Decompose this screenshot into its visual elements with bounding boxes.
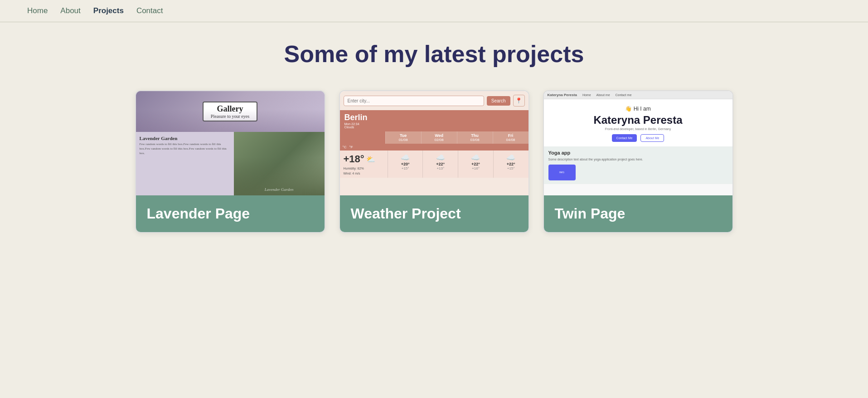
nav-home[interactable]: Home: [27, 6, 48, 15]
lavender-bottom: Lavender Garden Few random words to fill…: [136, 132, 325, 195]
weather-max-tue: +20°: [390, 162, 421, 166]
lavender-card-title: Lavender Page: [147, 205, 314, 222]
weather-data-row: +18° ⛅ Humidity: 82% Wind: 4 m/s ☁️ +20°…: [340, 150, 529, 178]
twin-nav-brand: Kateryna Peresta: [548, 93, 577, 97]
weather-min-wed: +13°: [425, 166, 456, 170]
twin-hero: 👋 Hi I am Kateryna Peresta Front-end dev…: [544, 99, 732, 146]
weather-forecast-thu: ☁️ +22° +16°: [458, 150, 493, 178]
weather-search-row: Search 📍: [340, 91, 529, 110]
weather-condition: Clouds: [344, 126, 368, 129]
card-lavender[interactable]: Gallery Pleasure to your eyes Lavender G…: [135, 90, 325, 233]
page-title: Some of my latest projects: [36, 40, 832, 68]
weather-cloud-tue: ☁️: [390, 153, 421, 162]
weather-city-input[interactable]: [344, 96, 484, 106]
twin-hi-text: 👋 Hi I am: [551, 106, 725, 112]
weather-day-wed-name: Wed: [422, 133, 456, 138]
weather-search-button[interactable]: Search: [487, 96, 510, 106]
weather-unit-fahrenheit[interactable]: °F: [349, 145, 353, 149]
lavender-flowers-decor: [136, 109, 325, 132]
twin-nav: Kateryna Peresta Home About me Contact m…: [544, 91, 732, 99]
card-twin[interactable]: Kateryna Peresta Home About me Contact m…: [543, 90, 733, 233]
lavender-image-area: Lavender Garden: [234, 132, 325, 195]
weather-unit-row: °C °F: [340, 144, 529, 150]
weather-day-fri: Fri 04/08: [493, 131, 529, 144]
main-content: Some of my latest projects Gallery Pleas…: [0, 22, 868, 251]
weather-min-thu: +16°: [460, 166, 491, 170]
twin-card-title: Twin Page: [555, 205, 722, 222]
weather-max-fri: +22°: [495, 162, 527, 166]
weather-card-label: Weather Project: [340, 195, 529, 232]
nav-about[interactable]: About: [60, 6, 80, 15]
twin-about-btn[interactable]: About Me: [640, 134, 664, 142]
weather-max-wed: +22°: [425, 162, 456, 166]
weather-day-thu-date: 03/08: [470, 138, 480, 142]
twin-section-text: Some description text about the yoga app…: [548, 157, 728, 162]
twin-buttons: Contact Me About Me: [551, 134, 725, 142]
twin-nav-contact: Contact me: [616, 93, 632, 97]
weather-wind: Wind: 4 m/s: [344, 172, 384, 175]
weather-day-wed: Wed 02/08: [421, 131, 457, 144]
twin-preview: Kateryna Peresta Home About me Contact m…: [544, 91, 732, 195]
twin-section-img: IMG: [548, 165, 576, 180]
weather-cloud-wed: ☁️: [425, 153, 456, 162]
weather-day-tue: Tue 01/08: [385, 131, 421, 144]
weather-current-temp: +18°: [344, 153, 364, 165]
weather-day-fri-date: 04/08: [506, 138, 515, 142]
weather-day-thu-name: Thu: [458, 133, 492, 138]
weather-cloud-fri: ☁️: [495, 153, 527, 162]
weather-min-fri: +15°: [495, 166, 527, 170]
weather-preview: Search 📍 Berlin Mon 22:34 Clouds Tue: [340, 91, 529, 195]
twin-nav-about: About me: [596, 93, 610, 97]
weather-day-fri-name: Fri: [494, 133, 528, 138]
lavender-section-body: Few random words to fill this box.Few ra…: [140, 142, 230, 155]
weather-day-time: Mon 22:34: [344, 122, 368, 126]
weather-city-info: Berlin Mon 22:34 Clouds: [344, 113, 368, 129]
lavender-card-label: Lavender Page: [136, 195, 325, 232]
lavender-preview: Gallery Pleasure to your eyes Lavender G…: [136, 91, 325, 195]
nav-contact[interactable]: Contact: [136, 6, 163, 15]
twin-card-label: Twin Page: [544, 195, 732, 232]
lavender-top-banner: Gallery Pleasure to your eyes: [136, 91, 325, 132]
weather-days-header: Tue 01/08 Wed 02/08 Thu 03/08 Fri 04/08: [340, 131, 529, 144]
weather-day-thu: Thu 03/08: [457, 131, 493, 144]
weather-humidity: Humidity: 82%: [344, 167, 384, 170]
lavender-text-area: Lavender Garden Few random words to fill…: [136, 132, 234, 195]
twin-nav-home: Home: [582, 93, 591, 97]
twin-name: Kateryna Peresta: [551, 114, 725, 126]
lavender-overlay-text: Lavender Garden: [234, 187, 325, 192]
twin-section-title: Yoga app: [548, 150, 728, 155]
weather-cloud-thu: ☁️: [460, 153, 491, 162]
nav-projects[interactable]: Projects: [93, 6, 124, 15]
weather-forecast-tue: ☁️ +20° +15°: [388, 150, 423, 178]
weather-min-tue: +15°: [390, 166, 421, 170]
weather-city-name: Berlin: [344, 113, 368, 122]
twin-role: Front-end developer, based in Berlin, Ge…: [551, 127, 725, 131]
twin-section: Yoga app Some description text about the…: [544, 146, 732, 184]
main-nav: Home About Projects Contact: [0, 0, 868, 22]
weather-max-thu: +22°: [460, 162, 491, 166]
weather-forecast-wed: ☁️ +22° +13°: [422, 150, 458, 178]
weather-day-tue-name: Tue: [387, 133, 420, 138]
weather-card-title: Weather Project: [351, 205, 518, 222]
card-weather[interactable]: Search 📍 Berlin Mon 22:34 Clouds Tue: [339, 90, 529, 233]
weather-day-wed-date: 02/08: [435, 138, 444, 142]
weather-forecast-fri: ☁️ +22° +15°: [493, 150, 529, 178]
weather-day-tue-date: 01/08: [399, 138, 408, 142]
lavender-section-title: Lavender Garden: [140, 136, 230, 141]
weather-unit-celsius[interactable]: °C: [343, 145, 347, 149]
weather-city-row: Berlin Mon 22:34 Clouds: [340, 110, 529, 131]
weather-days-spacer: [340, 131, 385, 144]
cards-grid: Gallery Pleasure to your eyes Lavender G…: [36, 90, 832, 233]
twin-contact-btn[interactable]: Contact Me: [612, 134, 637, 142]
weather-sun-icon: ⛅: [366, 155, 375, 164]
weather-location-icon[interactable]: 📍: [513, 95, 525, 107]
weather-main-cell: +18° ⛅ Humidity: 82% Wind: 4 m/s: [340, 150, 388, 178]
